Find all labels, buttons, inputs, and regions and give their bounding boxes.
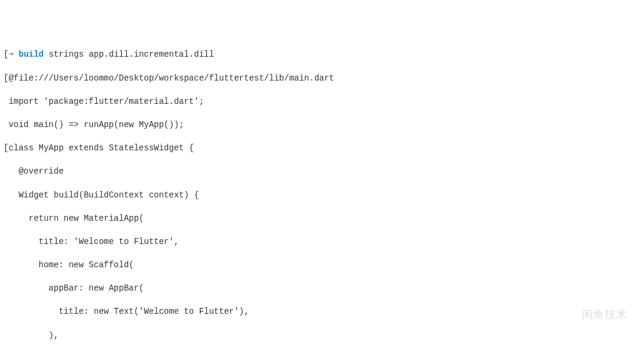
prompt-line[interactable]: [➜ build strings app.dill.incremental.di… xyxy=(4,49,640,61)
code-line: void main() => runApp(new MyApp()); xyxy=(4,119,640,131)
command-args: strings app.dill.incremental.dill xyxy=(44,50,214,59)
code-line: [class MyApp extends StatelessWidget { xyxy=(4,143,640,155)
arrow-icon: ➜ xyxy=(8,50,18,59)
code-line: @override xyxy=(4,166,640,178)
code-line: import 'package:flutter/material.dart'; xyxy=(4,96,640,108)
code-line: home: new Scaffold( xyxy=(4,260,640,271)
code-line: [@file:///Users/loommo/Desktop/workspace… xyxy=(4,73,640,85)
code-line: appBar: new AppBar( xyxy=(4,283,640,295)
code-line: title: new Text('Welcome to Flutter'), xyxy=(4,306,640,318)
code-line: title: 'Welcome to Flutter', xyxy=(4,236,640,248)
code-line: return new MaterialApp( xyxy=(4,213,640,225)
code-line: Widget build(BuildContext context) { xyxy=(4,190,640,202)
code-line: ), xyxy=(4,330,640,342)
build-command: build xyxy=(18,50,44,59)
